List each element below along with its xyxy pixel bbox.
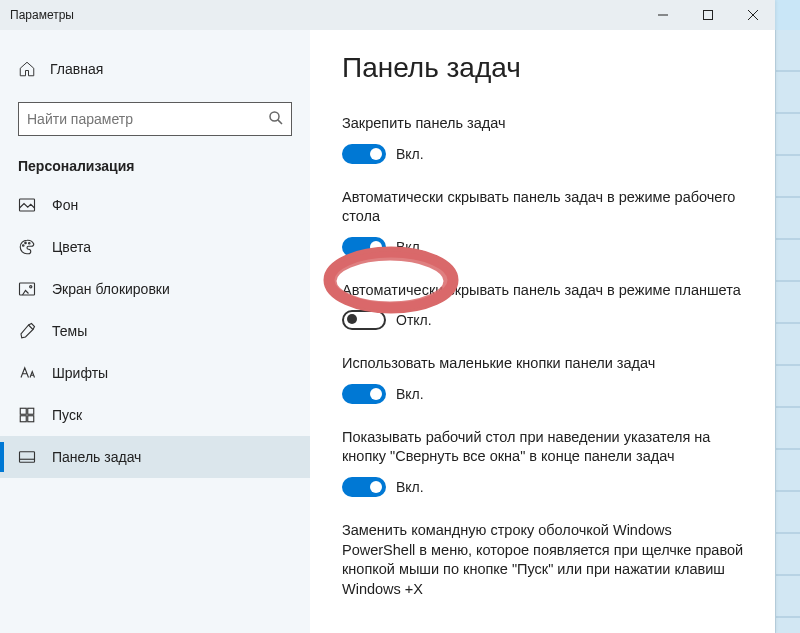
svg-rect-15 xyxy=(28,416,34,422)
option-label: Автоматически скрывать панель задач в ре… xyxy=(342,281,745,301)
svg-rect-14 xyxy=(20,416,26,422)
settings-window: Параметры Главная Персонализация Фон xyxy=(0,0,775,633)
sidebar-item-themes[interactable]: Темы xyxy=(0,310,310,352)
svg-line-5 xyxy=(278,120,282,124)
sidebar-item-background[interactable]: Фон xyxy=(0,184,310,226)
svg-rect-1 xyxy=(703,11,712,20)
close-button[interactable] xyxy=(730,0,775,30)
sidebar-item-taskbar[interactable]: Панель задач xyxy=(0,436,310,478)
toggle-small-buttons[interactable] xyxy=(342,384,386,404)
option-label: Закрепить панель задач xyxy=(342,114,745,134)
svg-rect-10 xyxy=(20,283,35,295)
option-label: Показывать рабочий стол при наведении ук… xyxy=(342,428,745,467)
sidebar-item-lockscreen[interactable]: Экран блокировки xyxy=(0,268,310,310)
sidebar-item-label: Пуск xyxy=(52,407,82,423)
toggle-state: Откл. xyxy=(396,312,432,328)
toggle-state: Вкл. xyxy=(396,386,424,402)
maximize-button[interactable] xyxy=(685,0,730,30)
sidebar-item-label: Экран блокировки xyxy=(52,281,170,297)
svg-point-9 xyxy=(29,243,31,245)
toggle-state: Вкл. xyxy=(396,146,424,162)
svg-point-7 xyxy=(23,245,25,247)
background-strip xyxy=(775,30,800,633)
search-input[interactable] xyxy=(18,102,292,136)
window-title: Параметры xyxy=(10,8,74,22)
minimize-button[interactable] xyxy=(640,0,685,30)
svg-point-11 xyxy=(30,286,32,288)
svg-point-8 xyxy=(25,242,27,244)
svg-rect-16 xyxy=(20,452,35,463)
font-icon xyxy=(18,364,36,382)
home-label: Главная xyxy=(50,61,103,77)
option-label: Заменить командную строку оболочкой Wind… xyxy=(342,521,745,599)
svg-rect-13 xyxy=(28,408,34,414)
picture-icon xyxy=(18,196,36,214)
sidebar-item-label: Темы xyxy=(52,323,87,339)
toggle-autohide-tablet[interactable] xyxy=(342,310,386,330)
sidebar: Главная Персонализация Фон Цвета Экран б… xyxy=(0,30,310,633)
toggle-autohide-desktop[interactable] xyxy=(342,237,386,257)
background-strip-top xyxy=(775,0,800,30)
svg-point-4 xyxy=(270,112,279,121)
search-wrap xyxy=(18,102,292,136)
toggle-lock-taskbar[interactable] xyxy=(342,144,386,164)
page-title: Панель задач xyxy=(342,52,745,84)
toggle-state: Вкл. xyxy=(396,239,424,255)
sidebar-item-label: Шрифты xyxy=(52,365,108,381)
search-icon xyxy=(267,109,285,127)
sidebar-item-start[interactable]: Пуск xyxy=(0,394,310,436)
home-link[interactable]: Главная xyxy=(0,50,310,88)
content-pane: Панель задач Закрепить панель задач Вкл.… xyxy=(310,30,775,633)
toggle-state: Вкл. xyxy=(396,479,424,495)
taskbar-icon xyxy=(18,448,36,466)
option-label: Автоматически скрывать панель задач в ре… xyxy=(342,188,745,227)
sidebar-category: Персонализация xyxy=(0,158,310,184)
start-icon xyxy=(18,406,36,424)
sidebar-item-fonts[interactable]: Шрифты xyxy=(0,352,310,394)
svg-rect-12 xyxy=(20,408,26,414)
lockscreen-icon xyxy=(18,280,36,298)
toggle-peek-desktop[interactable] xyxy=(342,477,386,497)
option-label: Использовать маленькие кнопки панели зад… xyxy=(342,354,745,374)
sidebar-item-label: Панель задач xyxy=(52,449,141,465)
palette-icon xyxy=(18,238,36,256)
home-icon xyxy=(18,60,36,78)
sidebar-item-label: Цвета xyxy=(52,239,91,255)
sidebar-item-label: Фон xyxy=(52,197,78,213)
titlebar: Параметры xyxy=(0,0,775,30)
sidebar-item-colors[interactable]: Цвета xyxy=(0,226,310,268)
brush-icon xyxy=(18,322,36,340)
window-controls xyxy=(640,0,775,30)
